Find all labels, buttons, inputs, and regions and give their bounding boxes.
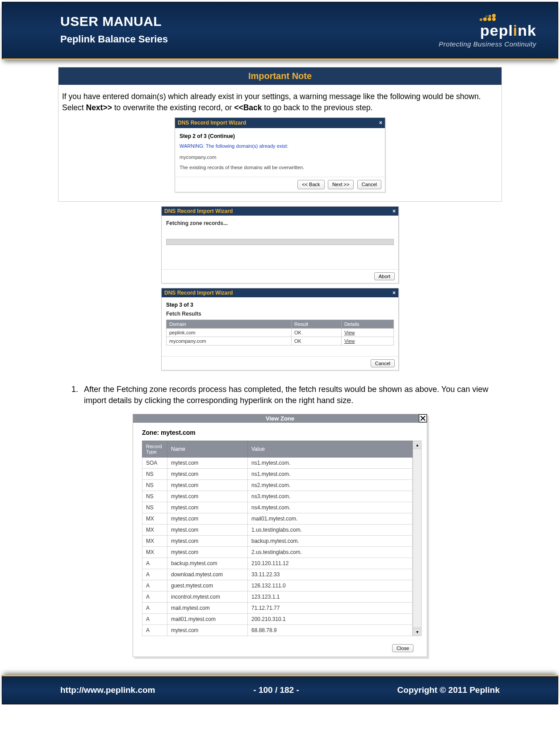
footer-copyright: Copyright © 2011 Peplink <box>397 685 500 695</box>
cell: incontrol.mytest.com <box>167 591 248 602</box>
wizard-step2-panel: DNS Record Import Wizard × Step 2 of 3 (… <box>175 117 385 192</box>
cell: 2.us.testinglabs.com. <box>248 546 413 558</box>
back-button[interactable]: << Back <box>297 180 324 189</box>
col-details: Details <box>341 320 393 329</box>
table-row: Aguest.mytest.com126.132.111.0 <box>142 580 413 591</box>
cell: mytest.com <box>167 457 248 468</box>
wizard-title: DNS Record Import Wizard <box>164 290 233 296</box>
fetching-label: Fetching zone records... <box>166 220 394 226</box>
cell: A <box>142 580 167 591</box>
table-row: MXmytest.commail01.mytest.com. <box>142 513 413 524</box>
cancel-button[interactable]: Cancel <box>357 180 381 189</box>
important-note-box: Important Note If you have entered domai… <box>58 67 502 202</box>
brand-tagline: Protecting Business Continuity <box>439 40 536 48</box>
cell: MX <box>142 524 167 535</box>
cell: mytest.com <box>167 479 248 491</box>
note-text: to go back to the previous step. <box>262 103 372 112</box>
note-bold-back: <<Back <box>234 103 262 112</box>
manual-title: USER MANUAL <box>60 14 168 29</box>
table-row: Amail01.mytest.com200.210.310.1 <box>142 613 413 625</box>
cell: 33.11.22.33 <box>248 569 413 580</box>
cell: ns2.mytest.com. <box>248 479 413 491</box>
cell: A <box>142 613 167 625</box>
abort-button[interactable]: Abort <box>374 272 395 280</box>
brand-logo: peplink Protecting Business Continuity <box>439 14 536 48</box>
cell: 1.us.testinglabs.com. <box>248 524 413 535</box>
cell: mail01.mytest.com. <box>248 513 413 524</box>
progress-bar <box>166 239 394 245</box>
list-item: After the Fetching zone records process … <box>80 384 502 406</box>
view-link[interactable]: View <box>341 337 393 346</box>
table-row: NSmytest.comns1.mytest.com. <box>142 468 413 479</box>
col-name: Name <box>167 441 248 457</box>
cell-domain: peplink.com <box>167 329 292 337</box>
close-icon[interactable]: × <box>379 119 382 127</box>
table-row: MXmytest.com1.us.testinglabs.com. <box>142 524 413 535</box>
cell: A <box>142 591 167 602</box>
table-row: NSmytest.comns3.mytest.com. <box>142 491 413 502</box>
cell: ns4.mytest.com. <box>248 502 413 513</box>
cell: mytest.com <box>167 513 248 524</box>
brand-name: peplink <box>439 22 536 39</box>
important-note-title: Important Note <box>59 67 501 85</box>
close-icon[interactable]: × <box>393 290 396 296</box>
wizard-title: DNS Record Import Wizard <box>164 208 233 214</box>
zone-label: Zone: mytest.com <box>142 429 422 436</box>
close-button[interactable]: Close <box>392 644 414 652</box>
cell: mytest.com <box>167 524 248 535</box>
cell: mytest.com <box>167 546 248 558</box>
fetch-results-label: Fetch Results <box>166 311 394 317</box>
cell: backup.mytest.com. <box>248 535 413 546</box>
close-icon[interactable]: × <box>393 208 396 214</box>
view-link[interactable]: View <box>341 329 393 337</box>
col-domain: Domain <box>167 320 292 329</box>
wizard-step-label: Step 2 of 3 (Continue) <box>180 133 380 140</box>
cell: mytest.com <box>167 535 248 546</box>
cell: A <box>142 625 167 636</box>
wizard-domain: mycompany.com <box>180 154 380 161</box>
table-row: NSmytest.comns4.mytest.com. <box>142 502 413 513</box>
cell: MX <box>142 535 167 546</box>
important-note-body: If you have entered domain(s) which alre… <box>59 85 501 201</box>
cell: A <box>142 558 167 569</box>
scrollbar[interactable]: ▴ ▾ <box>413 441 422 636</box>
table-row: SOAmytest.comns1.mytest.com. <box>142 457 413 468</box>
page-header: USER MANUAL Peplink Balance Series pepli… <box>2 2 558 60</box>
cancel-button[interactable]: Cancel <box>371 359 395 367</box>
scroll-down-icon[interactable]: ▾ <box>413 628 421 636</box>
wizard-warning: WARNING: The following domain(s) already… <box>180 143 380 150</box>
wizard-step-label: Step 3 of 3 <box>166 302 394 308</box>
table-row: MXmytest.combackup.mytest.com. <box>142 535 413 546</box>
cell: MX <box>142 513 167 524</box>
instruction-list: After the Fetching zone records process … <box>58 375 502 413</box>
cell: mytest.com <box>167 491 248 502</box>
cell: mail.mytest.com <box>167 602 248 613</box>
cell: NS <box>142 468 167 479</box>
cell: 123.123.1.1 <box>248 591 413 602</box>
page-footer: http://www.peplink.com - 100 / 182 - Cop… <box>2 675 558 704</box>
zone-records-table: Record Type Name Value SOAmytest.comns1.… <box>142 441 413 636</box>
logo-dots-icon <box>439 14 496 21</box>
cell-result: OK <box>291 329 341 337</box>
table-row: Aincontrol.mytest.com123.123.1.1 <box>142 591 413 602</box>
scroll-up-icon[interactable]: ▴ <box>413 441 421 449</box>
wizard-fetching-panel: DNS Record Import Wizard × Fetching zone… <box>161 206 399 283</box>
cell: backup.mytest.com <box>167 558 248 569</box>
wizard-overwrite-msg: The existing records of these domains wi… <box>180 164 380 171</box>
cell: mail01.mytest.com <box>167 613 248 625</box>
cell: mytest.com <box>167 468 248 479</box>
cell: ns1.mytest.com. <box>248 457 413 468</box>
note-bold-next: Next>> <box>86 103 112 112</box>
cell-domain: mycompany.com <box>167 337 292 346</box>
cell: ns1.mytest.com. <box>248 468 413 479</box>
col-value: Value <box>248 441 413 457</box>
cell: SOA <box>142 457 167 468</box>
manual-subtitle: Peplink Balance Series <box>60 33 168 45</box>
cell: download.mytest.com <box>167 569 248 580</box>
table-row: Abackup.mytest.com210.120.111.12 <box>142 558 413 569</box>
note-text: to overwrite the existing record, or <box>112 103 234 112</box>
col-result: Result <box>291 320 341 329</box>
close-icon[interactable] <box>419 414 427 422</box>
next-button[interactable]: Next >> <box>328 180 354 189</box>
table-row: MXmytest.com2.us.testinglabs.com. <box>142 546 413 558</box>
